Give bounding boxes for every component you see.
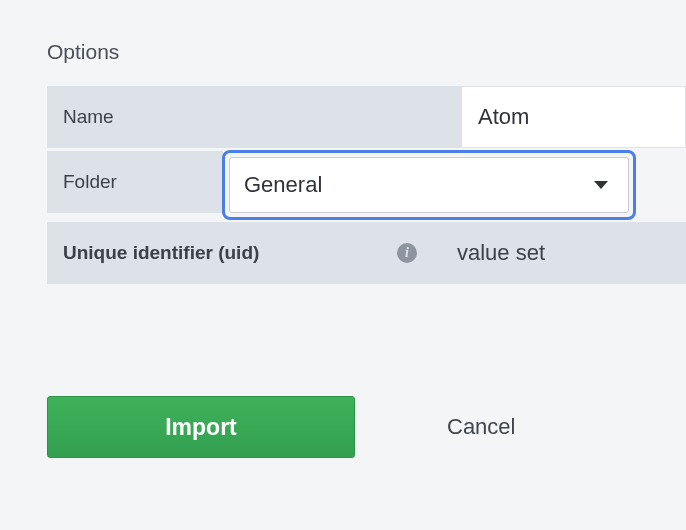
chevron-down-icon: [594, 181, 608, 189]
uid-value: value set: [441, 222, 686, 284]
row-name: Name Atom: [47, 86, 686, 148]
folder-select-value: General: [244, 172, 322, 198]
label-name: Name: [47, 86, 461, 148]
row-uid: Unique identifier (uid) i value set: [47, 222, 686, 284]
label-uid-text: Unique identifier (uid): [63, 242, 259, 264]
import-button[interactable]: Import: [47, 396, 355, 458]
row-folder: Folder General: [47, 151, 686, 219]
folder-select[interactable]: General: [229, 157, 629, 213]
button-row: Import Cancel: [47, 396, 686, 458]
info-icon[interactable]: i: [397, 243, 417, 263]
label-uid: Unique identifier (uid) i: [47, 222, 441, 284]
cancel-button[interactable]: Cancel: [447, 414, 515, 440]
folder-select-focus-ring: General: [222, 150, 636, 220]
options-section-title: Options: [47, 40, 686, 64]
name-input[interactable]: Atom: [461, 86, 686, 148]
label-folder: Folder: [47, 151, 223, 213]
